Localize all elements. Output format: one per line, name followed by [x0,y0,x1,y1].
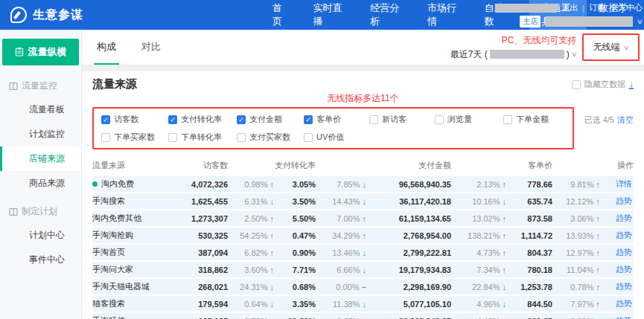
sidebar-item-流量看板[interactable]: 流量看板 [0,97,81,122]
metric-change: 6.31% ↓ [244,197,274,206]
nav-item-实时直播[interactable]: 实时直播 [301,0,358,30]
arrow-down-icon: ↓ [363,300,367,309]
hide-empty-checkbox[interactable] [572,80,581,89]
metric-checkbox-浏览量[interactable]: 浏览量 [435,114,503,125]
metric-value: 179,594 [198,300,228,309]
metric-checkbox-访客数[interactable]: ✓访客数 [101,114,168,125]
change-percent: 7.00% [337,214,362,223]
metric-checkbox-客单价[interactable]: ✓客单价 [304,114,369,125]
arrow-up-icon: ↑ [596,300,601,309]
checkbox-icon[interactable] [101,133,110,142]
action-link-趋势[interactable]: 趋势 [616,213,634,224]
sidebar-section-流量监控: 流量监控 [0,70,81,97]
metric-label: 下单金额 [516,114,549,125]
action-link-趋势[interactable]: 趋势 [616,196,634,207]
metric-value: 30,808,248.25 [399,317,451,319]
metric-label: 浏览量 [447,114,472,125]
terminal-dropdown[interactable]: 无线端 ∨ [582,33,640,61]
checkbox-icon[interactable] [435,115,444,124]
metric-checkbox-支付买家数[interactable]: 支付买家数 [237,132,304,143]
checkbox-icon[interactable]: ✓ [237,115,246,124]
tab-构成[interactable]: 构成 [94,30,119,65]
metric-value: 1,253.78 [520,283,552,291]
change-percent: 4.43% [476,317,502,319]
clear-selection-link[interactable]: 清空 [617,115,634,124]
change-percent: 54.25% [240,231,270,240]
subscribe-link[interactable]: 订购 [589,2,605,13]
change-percent: 6.82% [244,248,270,257]
action-link-趋势[interactable]: 趋势 [616,230,634,241]
metric-checkbox-UV价值[interactable]: UV价值 [304,132,369,143]
arrow-down-icon: ↓ [503,197,507,206]
folder-icon [9,207,18,216]
table-row: 手淘天猫电器城268,02124.31% ↓0.68%0.00% −2,298,… [92,279,634,296]
change-percent: 13.93% [566,231,596,240]
source-name: 淘内免费 [101,179,134,189]
checkbox-icon[interactable] [168,133,177,142]
metric-change: 2.13% ↑ [476,180,506,189]
source-name: 手淘淘抢购 [92,231,133,240]
arrow-down-icon: ↓ [363,248,367,257]
action-link-趋势[interactable]: 趋势 [616,281,634,292]
action-link-趋势[interactable]: 趋势 [616,264,634,275]
change-percent: 8.08% [570,317,596,319]
metric-checkbox-下单转化率[interactable]: 下单转化率 [168,132,237,143]
date-range-selector[interactable]: 最近7天 ( ) ∨ [450,48,577,61]
metric-value: 780.18 [527,265,552,274]
checkbox-icon[interactable] [237,133,246,142]
metric-value: 5,077,105.10 [404,300,451,309]
logout-link[interactable]: 退出 [561,2,578,13]
table-row: 淘内免费4,072,3260.98% ↑3.05%7.85% ↓96,568,9… [92,176,634,193]
metric-change: 13.46% ↓ [332,248,366,257]
change-percent: 7.34% [476,265,502,274]
shop-badge: 主店 [520,16,541,28]
action-link-趋势[interactable]: 趋势 [616,247,634,258]
change-percent: 13.46% [332,248,362,257]
change-percent: 7.97% [570,300,596,309]
action-link-详情[interactable]: 详情 [616,178,634,190]
action-link-趋势[interactable]: 趋势 [616,298,634,309]
metric-change: 4.73% ↑ [476,248,506,257]
metric-checkbox-新访客[interactable]: 新访客 [369,114,435,125]
sidebar: 流量纵横 流量监控流量看板计划监控店铺来源商品来源制定计划计划中心事件中心 [0,30,82,319]
metric-label: 下单转化率 [181,132,222,143]
top-navbar: 生意参谋 首页实时直播经营分析市场行情自助取数专题工具数据学院 你好 退出 | … [0,0,644,30]
arrow-down-icon: ↓ [270,317,275,319]
download-icon[interactable]: ↓ [629,80,634,89]
tab-对比[interactable]: 对比 [138,30,164,65]
checkbox-icon[interactable] [369,115,378,124]
metric-change: 0.98% ↑ [244,180,274,189]
sidebar-item-计划监控[interactable]: 计划监控 [0,122,81,146]
nav-item-首页[interactable]: 首页 [261,0,301,30]
metric-value: 0.47% [293,231,316,240]
checkbox-icon[interactable]: ✓ [168,115,177,124]
metric-checkbox-支付金额[interactable]: ✓支付金额 [237,114,304,125]
brand[interactable]: 生意参谋 [0,7,261,23]
checkbox-icon[interactable] [304,133,313,142]
arrow-up-icon: ↑ [503,248,507,257]
sidebar-product-button[interactable]: 流量纵横 [2,39,79,65]
change-percent: 3.60% [244,265,270,274]
nav-item-经营分析[interactable]: 经营分析 [358,0,415,30]
change-percent: 24.31% [240,283,270,291]
sidebar-item-计划中心[interactable]: 计划中心 [0,223,81,248]
arrow-up-icon: ↑ [270,248,275,257]
sidebar-item-商品来源[interactable]: 商品来源 [0,171,81,196]
action-link-趋势[interactable]: 趋势 [616,315,634,319]
column-header-访客数: 访客数 [203,160,228,171]
nav-item-市场行情[interactable]: 市场行情 [415,0,473,30]
source-name: 淘内免费其他 [92,213,141,223]
chevron-down-icon[interactable]: ∨ [637,18,643,25]
metric-checkbox-支付转化率[interactable]: ✓支付转化率 [168,114,237,125]
metric-checkbox-下单买家数[interactable]: 下单买家数 [101,132,168,143]
metric-checkbox-下单金额[interactable]: 下单金额 [503,114,565,125]
sidebar-item-店铺来源[interactable]: 店铺来源 [0,146,81,171]
checkbox-icon[interactable]: ✓ [101,115,110,124]
personal-center-link[interactable]: 个人中心 [610,2,643,13]
source-name-cell: 手淘首页 [92,248,176,257]
change-percent: 2.50% [244,214,270,223]
checkbox-icon[interactable] [503,115,512,124]
sidebar-item-事件中心[interactable]: 事件中心 [0,248,81,272]
checkbox-icon[interactable]: ✓ [304,115,313,124]
metric-value: 19,179,934.83 [399,265,451,274]
